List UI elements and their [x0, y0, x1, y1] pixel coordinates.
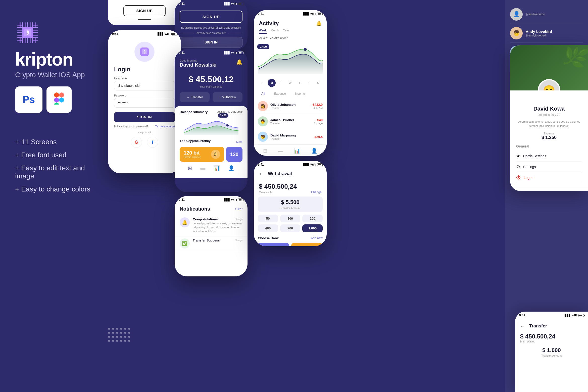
trans-name-1: Olivia Johanson	[270, 103, 309, 107]
svg-rect-34	[59, 97, 64, 103]
amount-700[interactable]: 700	[280, 224, 301, 232]
balance-chart-svg	[184, 116, 238, 136]
settings-item[interactable]: ⚙ Settings	[516, 162, 582, 172]
svg-point-40	[304, 48, 307, 51]
chart-nav-icon-act[interactable]: 📊	[294, 148, 300, 154]
logout-item[interactable]: ⏻ Logout	[516, 172, 582, 183]
terms-text: By tapping Sign up you accept all terms …	[181, 26, 241, 29]
notif-time: 9:41	[179, 198, 185, 202]
signup-terms: By tapping Sign up you accept all terms …	[181, 26, 241, 29]
login-chip-icon: ₿	[134, 42, 155, 62]
notif-time-2: 5h ago	[235, 239, 242, 242]
profile-item-0[interactable]: 👤 @andwersimo	[510, 5, 583, 24]
get-started-button[interactable]: SIGN UP	[123, 5, 166, 16]
day-t1[interactable]: T	[277, 79, 285, 87]
username-input[interactable]	[114, 81, 175, 90]
sign-up-button[interactable]: SIGN UP	[180, 11, 242, 23]
amount-1000[interactable]: 1.000	[302, 224, 323, 232]
transfer-send-amount: $ 1.000	[520, 347, 583, 354]
star-icon: ★	[516, 153, 520, 159]
balance-label: Your main balance	[180, 85, 242, 88]
withdrawal-back-button[interactable]: ←	[259, 171, 264, 177]
notif-status-bar: 9:41 ▋▋▋ WiFi	[175, 196, 248, 203]
alt-crypto-value: 120	[230, 152, 238, 157]
home-nav-icon[interactable]: ⊞	[188, 165, 192, 171]
notification-icon[interactable]: 🔔	[236, 59, 242, 65]
chart-nav-icon[interactable]: 📊	[214, 165, 220, 171]
signup-status-right: ▋▋▋ WiFi	[224, 2, 243, 6]
battery-icon	[317, 13, 323, 15]
crypto-more-link[interactable]: More	[236, 140, 242, 143]
amount-400[interactable]: 400	[258, 224, 278, 232]
profile-item-1[interactable]: 👦 Andy Lovebird @andylovebird	[510, 24, 583, 43]
withdrawal-time: 9:41	[258, 163, 264, 166]
tab-week[interactable]: Week	[259, 29, 267, 34]
balance-chart-container: 2,400	[184, 116, 238, 137]
google-sign-in-button[interactable]: G	[131, 137, 142, 148]
signal-icon: ▋▋▋	[303, 163, 309, 166]
logo-icon: ₿	[15, 20, 40, 45]
password-input[interactable]	[114, 98, 175, 108]
day-s2[interactable]: S	[314, 79, 322, 87]
action-buttons: ↔ Transfer ↑ Withdraw	[175, 92, 248, 106]
phone-dashboard: 9:41 ▋▋▋ WiFi Good Morning David Kowalsk…	[175, 49, 248, 192]
transfer-amount-box: $ 5.500 Transfer Amount	[258, 197, 323, 212]
figma-icon	[54, 92, 64, 107]
transfer-button[interactable]: ↔ Transfer	[180, 92, 210, 102]
transaction-item-1: 👩 Olivia Johanson Transfer -$432.9 3.30 …	[258, 99, 323, 114]
signup-time: 9:41	[179, 2, 185, 6]
bitcoin-card[interactable]: 120 bit Bitcoin Balance ₿	[180, 147, 224, 162]
tab-year[interactable]: Year	[283, 29, 289, 34]
day-s1[interactable]: S	[258, 79, 266, 87]
notif-content-2: Transfer Success 5h ago	[193, 238, 242, 249]
filter-expense[interactable]: Expense	[272, 91, 288, 96]
amount-100[interactable]: 100	[280, 215, 301, 222]
wifi-icon: WiFi	[165, 32, 170, 35]
activity-date-nav[interactable]: 20 July - 27 July 2020 >	[254, 35, 327, 42]
change-button[interactable]: Change	[311, 190, 322, 194]
transfer-back-button[interactable]: ←	[520, 323, 525, 329]
day-w[interactable]: W	[286, 79, 294, 87]
add-new-bank-button[interactable]: Add new	[311, 236, 323, 240]
trans-avatar-1: 👩	[258, 101, 268, 111]
filter-all[interactable]: All	[259, 91, 268, 96]
phone-login: 9:41 ▋▋▋ WiFi ₿ Login Username Password …	[108, 30, 181, 173]
profile-nav-icon[interactable]: 👤	[228, 165, 234, 171]
password-label: Password	[114, 94, 175, 97]
cards-settings-item[interactable]: ★ Cards Settings	[516, 151, 582, 162]
card-nav-icon[interactable]: ▬	[200, 165, 205, 171]
profile-handle-1: @andylovebird	[526, 34, 583, 37]
withdraw-button[interactable]: ↑ Withdraw	[213, 92, 242, 102]
notif-content-1: Congratulations 5h ago Lorem ipsum dolor…	[193, 217, 242, 233]
tap-reset-link[interactable]: Tap here for reset	[155, 125, 175, 128]
day-f[interactable]: F	[305, 79, 313, 87]
amount-50[interactable]: 50	[258, 215, 278, 222]
amount-200[interactable]: 200	[302, 215, 323, 222]
crypto-label: Bitcoin Balance	[184, 156, 201, 159]
sign-in-button[interactable]: SIGN IN	[114, 112, 175, 122]
day-t2[interactable]: T	[296, 79, 304, 87]
activity-chart-value: 2,400	[257, 44, 269, 49]
activity-notification-icon[interactable]: 🔔	[316, 21, 322, 26]
notif-status-right: ▋▋▋ WiFi	[224, 198, 243, 202]
trans-avatar-3: 👦	[258, 132, 268, 142]
choose-bank-title: Choose Bank	[258, 236, 279, 240]
facebook-sign-in-button[interactable]: f	[147, 137, 158, 148]
day-m[interactable]: M	[268, 79, 276, 87]
already-account-text: Already have an account?	[197, 32, 226, 34]
notif-header: Notifications Clear	[175, 203, 248, 215]
dashboard-bottom-nav: ⊞ ▬ 📊 👤	[180, 162, 242, 174]
filter-income[interactable]: Income	[292, 91, 307, 96]
paloner-option[interactable]: Paloner danwako****@11ab	[291, 243, 323, 246]
decorative-dots	[108, 328, 130, 342]
home-nav-icon-act[interactable]: ⊞	[263, 148, 267, 154]
card-nav-icon-act[interactable]: ▬	[278, 148, 283, 154]
trans-time-2: 1hr ago	[314, 122, 323, 125]
profile-nav-icon-act[interactable]: 👤	[311, 148, 317, 154]
svg-text:₿: ₿	[27, 30, 29, 35]
sign-in-link-button[interactable]: SIGN IN	[180, 37, 242, 47]
paypal-option[interactable]: Palpal danwako****@mail.com	[258, 243, 289, 246]
tab-month[interactable]: Month	[271, 29, 279, 34]
alt-crypto-card[interactable]: 120	[226, 147, 242, 162]
notif-clear-button[interactable]: Clear	[235, 207, 242, 211]
